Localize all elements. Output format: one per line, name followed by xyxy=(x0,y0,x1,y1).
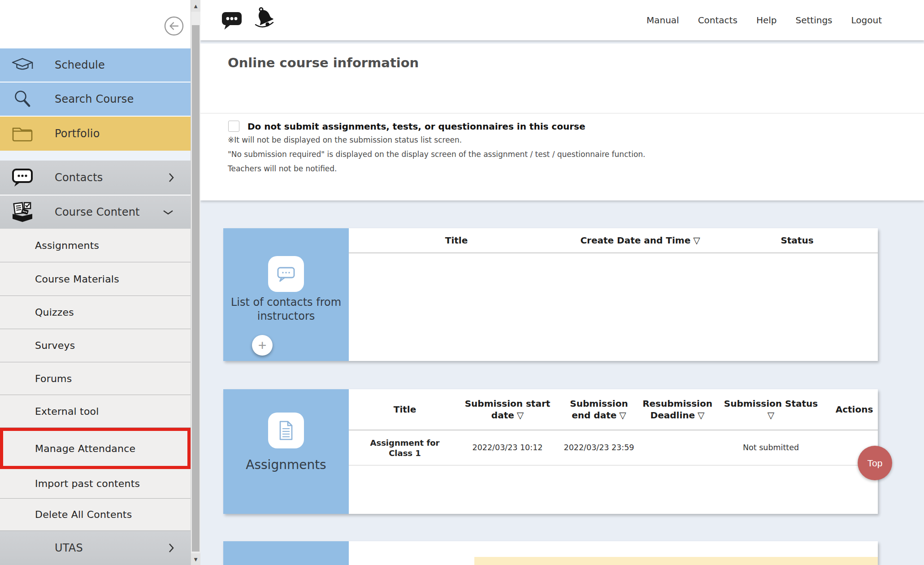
do-not-submit-checkbox[interactable] xyxy=(228,121,239,132)
column-header-status: Status xyxy=(716,228,878,252)
course-content-box-icon xyxy=(11,202,34,222)
chevron-right-icon xyxy=(168,172,174,183)
contacts-card-title: List of contacts from instructors xyxy=(223,296,349,323)
sidebar-item-label: Import past contents xyxy=(35,478,140,489)
assignments-tile xyxy=(268,413,304,448)
column-header-submission-end[interactable]: Submission end date▽ xyxy=(554,389,644,430)
notifications-bell-icon[interactable] xyxy=(252,5,278,31)
sidebar-item-label: Course Materials xyxy=(35,274,119,285)
nav-link-logout[interactable]: Logout xyxy=(851,15,882,26)
sidebar-item-label: Quizzes xyxy=(35,307,74,318)
sidebar-item-label: Contacts xyxy=(55,171,103,184)
nav-link-settings[interactable]: Settings xyxy=(795,15,832,26)
assignments-card-side: Assignments xyxy=(223,389,349,514)
sidebar-item-label: Delete All Contents xyxy=(35,509,132,520)
column-header-actions: Actions xyxy=(831,389,878,430)
assignment-row[interactable]: Assignment for Class 1 2022/03/23 10:12 … xyxy=(349,430,878,465)
assignments-table: Title Submission start date▽ Submission … xyxy=(349,389,878,514)
assignment-start-date: 2022/03/23 10:12 xyxy=(461,430,554,465)
sort-icon[interactable]: ▽ xyxy=(693,235,700,246)
graduation-cap-icon xyxy=(11,56,34,74)
note-line: ※It will not be displayed on the submiss… xyxy=(228,136,645,144)
column-header-submission-status[interactable]: Submission Status▽ xyxy=(711,389,831,430)
sidebar-item-quizzes[interactable]: Quizzes xyxy=(0,296,191,329)
sidebar-item-schedule[interactable]: Schedule xyxy=(0,48,191,82)
sidebar-header xyxy=(0,0,191,48)
pending-row-highlight xyxy=(474,557,878,565)
topbar: Manual Contacts Help Settings Logout xyxy=(200,0,924,40)
screen: Schedule Search Course Portfolio xyxy=(0,0,924,565)
sidebar-item-label: External tool xyxy=(35,406,99,417)
main-content: Manual Contacts Help Settings Logout Onl… xyxy=(200,0,924,565)
nav-link-manual[interactable]: Manual xyxy=(646,15,679,26)
sidebar: Schedule Search Course Portfolio xyxy=(0,0,191,565)
do-not-submit-label: Do not submit assignments, tests, or que… xyxy=(247,121,586,132)
topbar-nav: Manual Contacts Help Settings Logout xyxy=(646,0,882,40)
sidebar-item-forums[interactable]: Forums xyxy=(0,362,191,395)
scrollbar-up-arrow[interactable]: ▲ xyxy=(191,0,200,12)
column-header-resubmission-deadline[interactable]: Resubmission Deadline▽ xyxy=(644,389,711,430)
folder-icon xyxy=(11,125,34,142)
sort-icon[interactable]: ▽ xyxy=(724,409,818,421)
sidebar-item-label: Course Content xyxy=(55,206,140,218)
sidebar-item-course-materials[interactable]: Course Materials xyxy=(0,262,191,296)
panel-divider xyxy=(200,113,924,113)
page-title: Online course information xyxy=(228,55,419,70)
sidebar-item-label: Manage Attendance xyxy=(35,443,135,454)
sidebar-item-contacts[interactable]: Contacts xyxy=(0,161,191,195)
add-contact-button[interactable]: + xyxy=(252,335,273,356)
column-header-title: Title xyxy=(349,389,461,430)
nav-link-help[interactable]: Help xyxy=(756,15,777,26)
scroll-to-top-button[interactable]: Top xyxy=(858,446,892,480)
column-header-submission-start[interactable]: Submission start date▽ xyxy=(461,389,554,430)
sidebar-item-label: Surveys xyxy=(35,340,75,351)
assignments-card: Assignments Title Submission start date▽… xyxy=(223,389,878,514)
sidebar-item-course-content[interactable]: Course Content xyxy=(0,196,191,229)
sidebar-item-external-tool[interactable]: External tool xyxy=(0,395,191,428)
contacts-tile xyxy=(268,256,304,292)
column-header-create-date[interactable]: Create Date and Time▽ xyxy=(564,228,716,252)
messages-icon[interactable] xyxy=(221,11,243,31)
assignment-title[interactable]: Assignment for Class 1 xyxy=(349,430,461,465)
sidebar-item-import-past-contents[interactable]: Import past contents xyxy=(0,469,191,499)
sidebar-divider-band xyxy=(0,151,191,161)
next-card-table xyxy=(349,541,878,565)
sidebar-item-label: Schedule xyxy=(55,59,105,71)
course-info-panel: Online course information Do not submit … xyxy=(200,43,924,200)
speech-bubble-icon xyxy=(276,265,296,283)
back-arrow-icon xyxy=(164,16,184,36)
sort-icon[interactable]: ▽ xyxy=(619,410,626,421)
sidebar-item-label: UTAS xyxy=(55,542,83,554)
note-line: Teachers will not be notified. xyxy=(228,165,645,173)
sidebar-item-search-course[interactable]: Search Course xyxy=(0,83,191,116)
collapse-sidebar-button[interactable] xyxy=(164,16,184,36)
optout-notes: ※It will not be displayed on the submiss… xyxy=(228,136,645,179)
column-header-title: Title xyxy=(349,228,564,252)
sort-icon[interactable]: ▽ xyxy=(698,410,704,421)
document-icon xyxy=(278,420,295,441)
sidebar-item-manage-attendance[interactable]: Manage Attendance xyxy=(0,428,191,469)
note-line: "No submission required" is displayed on… xyxy=(228,150,645,158)
contacts-card-side: List of contacts from instructors + xyxy=(223,228,349,361)
assignment-submission-status: Not submitted xyxy=(711,430,831,465)
chat-bubble-icon xyxy=(11,168,34,187)
sidebar-item-assignments[interactable]: Assignments xyxy=(0,229,191,262)
sidebar-item-utas[interactable]: UTAS xyxy=(0,531,191,565)
sort-icon[interactable]: ▽ xyxy=(517,410,524,421)
scrollbar-thumb[interactable] xyxy=(192,25,200,552)
contacts-table-header: Title Create Date and Time▽ Status xyxy=(349,228,878,253)
sidebar-item-label: Portfolio xyxy=(55,127,100,140)
sidebar-item-surveys[interactable]: Surveys xyxy=(0,329,191,362)
assignment-end-date: 2022/03/23 23:59 xyxy=(554,430,644,465)
scrollbar-down-arrow[interactable]: ▼ xyxy=(191,553,200,565)
assignments-table-header: Title Submission start date▽ Submission … xyxy=(349,389,878,430)
contacts-card: List of contacts from instructors + Titl… xyxy=(223,228,878,361)
nav-link-contacts[interactable]: Contacts xyxy=(698,15,737,26)
sidebar-item-portfolio[interactable]: Portfolio xyxy=(0,117,191,151)
sidebar-item-delete-all-contents[interactable]: Delete All Contents xyxy=(0,499,191,531)
sidebar-scrollbar[interactable]: ▲ ▼ xyxy=(191,0,200,565)
chevron-right-icon xyxy=(168,542,174,554)
sidebar-item-label: Search Course xyxy=(55,93,134,105)
assignment-resubmission-deadline xyxy=(644,430,711,465)
contacts-table: Title Create Date and Time▽ Status xyxy=(349,228,878,361)
